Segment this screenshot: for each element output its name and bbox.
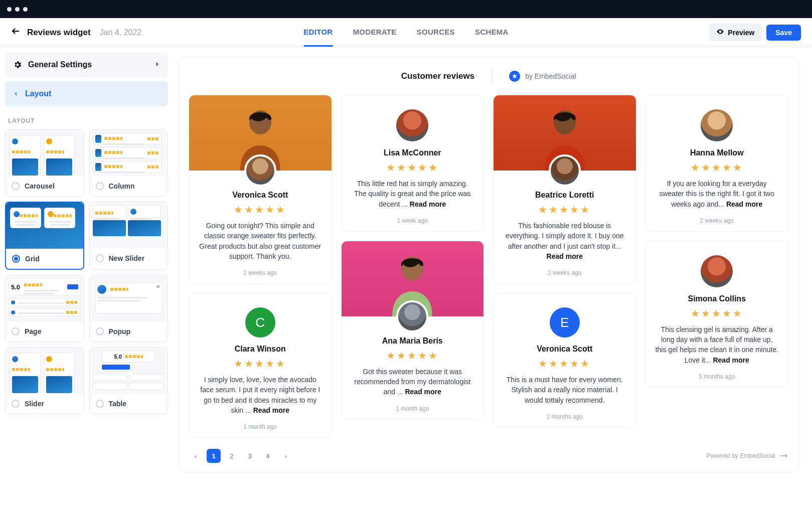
layout-label: Slider — [25, 400, 44, 408]
avatar-letter: C — [245, 307, 275, 337]
read-more-link[interactable]: Read more — [405, 388, 441, 396]
layout-option-popup[interactable]: ✕ Popup — [89, 275, 169, 342]
gear-icon — [13, 60, 22, 69]
read-more-link[interactable]: Read more — [713, 356, 749, 364]
avatar — [701, 109, 733, 141]
radio-icon — [12, 182, 20, 190]
layout-option-column[interactable]: Column — [89, 129, 169, 197]
editor-main: Customer reviews by EmbedSocial Veronica… — [173, 47, 812, 482]
brand-icon — [509, 71, 520, 82]
radio-icon — [96, 400, 104, 408]
review-timestamp: 1 month ago — [189, 423, 332, 430]
review-column: Lisa McConner ★★★★★ This little red hat … — [341, 95, 484, 420]
review-column: Beatrice Loretti ★★★★★ This fashionable … — [493, 95, 636, 428]
review-card: Simona Collins ★★★★★ This clensing gel i… — [645, 241, 789, 388]
read-more-link[interactable]: Read more — [726, 200, 762, 208]
eye-icon — [716, 28, 724, 37]
radio-icon — [96, 254, 104, 262]
layout-label: New Slider — [109, 254, 145, 262]
preview-button[interactable]: Preview — [709, 24, 761, 41]
review-card: Lisa McConner ★★★★★ This little red hat … — [341, 95, 484, 232]
avatar — [701, 255, 733, 287]
pagination-row: ‹1234› Powered by EmbedSocial — [189, 449, 788, 463]
reviewer-name: Lisa McConner — [342, 148, 484, 157]
layout-label: Carousel — [25, 182, 55, 190]
review-text: This is a must have for every women. Sty… — [494, 375, 636, 405]
layout-option-carousel[interactable]: Carousel — [5, 129, 84, 197]
review-text: This little red hat is simply amazing. T… — [342, 179, 484, 209]
panel-label: Layout — [25, 89, 51, 98]
section-heading: LAYOUT — [8, 117, 168, 124]
avatar — [244, 154, 276, 187]
widget-title: Customer reviews — [401, 71, 474, 81]
pagination-buttons: ‹1234› — [189, 449, 293, 463]
layout-thumb — [6, 130, 84, 176]
layout-label: Page — [25, 327, 41, 335]
layout-option-grid[interactable]: Grid — [5, 202, 84, 270]
layout-option-page[interactable]: 5.0 Page — [5, 275, 84, 342]
layout-option-new-slider[interactable]: New Slider — [89, 202, 169, 270]
review-timestamp: 1 month ago — [342, 405, 484, 412]
review-card: E Veronica Scott ★★★★★ This is a must ha… — [493, 293, 636, 428]
page-1[interactable]: 1 — [207, 449, 221, 463]
layout-option-table[interactable]: 5.0 Table — [89, 347, 169, 414]
review-text: This clensing gel is amazing. After a lo… — [646, 324, 788, 365]
main-tabs: EDITOR MODERATE SOURCES SCHEMA — [303, 19, 508, 47]
review-column: Hanna Mellow ★★★★★ If you are looking fo… — [645, 95, 789, 388]
page-2[interactable]: 2 — [225, 449, 239, 463]
avatar-letter: E — [550, 307, 580, 337]
layout-thumb: 5.0 — [6, 275, 84, 321]
page-4[interactable]: 4 — [261, 449, 275, 463]
reviewer-name: Clara Winson — [189, 345, 332, 354]
powered-label: Powered by EmbedSocial — [707, 452, 775, 459]
review-card: Ana Maria Beris ★★★★★ Got this sweater b… — [341, 241, 484, 420]
review-timestamp: 2 months ago — [494, 413, 636, 420]
page-title: Reviews widget — [27, 28, 91, 38]
radio-icon — [12, 255, 20, 263]
review-timestamp: 2 weeks ago — [494, 269, 636, 276]
layout-thumb — [6, 348, 84, 394]
layout-thumb: 5.0 — [90, 348, 168, 394]
reviewer-name: Beatrice Loretti — [494, 191, 636, 200]
reviewer-name: Veronica Scott — [494, 345, 636, 354]
tab-moderate[interactable]: MODERATE — [353, 19, 396, 47]
star-rating: ★★★★★ — [342, 350, 484, 362]
panel-label: General Settings — [28, 60, 92, 69]
chevron-right-icon — [154, 60, 160, 69]
read-more-link[interactable]: Read more — [547, 252, 583, 260]
reviews-grid: Veronica Scott ★★★★★ Going out tonight? … — [189, 95, 788, 438]
page-next[interactable]: › — [279, 449, 293, 463]
layout-thumb — [6, 203, 83, 249]
svg-point-0 — [720, 31, 721, 33]
powered-by[interactable]: Powered by EmbedSocial — [707, 452, 788, 459]
review-text: Going out tonight? This simple and class… — [189, 221, 332, 261]
review-card: Veronica Scott ★★★★★ Going out tonight? … — [189, 95, 332, 284]
reviewer-name: Veronica Scott — [189, 191, 332, 200]
panel-general-settings[interactable]: General Settings — [5, 52, 168, 77]
read-more-link[interactable]: Read more — [253, 406, 289, 414]
page-3[interactable]: 3 — [243, 449, 257, 463]
review-timestamp: 2 weeks ago — [189, 269, 332, 276]
review-card: C Clara Winson ★★★★★ I simply love, love… — [189, 293, 332, 438]
page-prev[interactable]: ‹ — [189, 449, 203, 463]
layout-thumb — [90, 130, 168, 176]
layout-label: Column — [109, 182, 135, 190]
star-rating: ★★★★★ — [646, 161, 788, 174]
window-titlebar — [0, 0, 812, 18]
tab-sources[interactable]: SOURCES — [417, 19, 455, 47]
tab-editor[interactable]: EDITOR — [303, 19, 333, 47]
layout-option-slider[interactable]: Slider — [5, 347, 84, 414]
tab-schema[interactable]: SCHEMA — [475, 19, 509, 47]
reviewer-name: Hanna Mellow — [646, 148, 788, 157]
star-rating: ★★★★★ — [342, 161, 484, 174]
back-icon[interactable] — [11, 27, 20, 38]
avatar — [396, 109, 428, 141]
review-text: Got this sweater because it was recommen… — [342, 367, 484, 397]
read-more-link[interactable]: Read more — [410, 200, 446, 208]
save-button[interactable]: Save — [766, 25, 801, 41]
window-dot — [23, 7, 28, 12]
radio-icon — [96, 327, 104, 335]
preview-canvas: Customer reviews by EmbedSocial Veronica… — [178, 56, 799, 472]
window-dot — [7, 7, 12, 12]
panel-layout[interactable]: Layout — [5, 81, 168, 106]
